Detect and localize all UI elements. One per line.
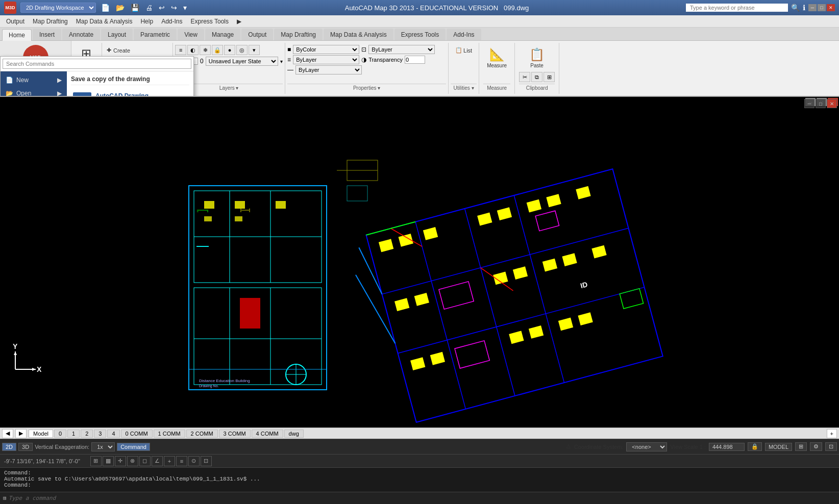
tab-parametric[interactable]: Parametric [134,29,177,40]
lineweight-dropdown[interactable]: ByLayer [295,65,362,74]
undo-quick-btn[interactable]: ↩ [158,4,166,12]
layer-dropdown[interactable]: Unsaved Layer State [206,57,278,66]
layer-isolate-btn[interactable]: ◎ [236,45,248,55]
tab-manage[interactable]: Manage [205,29,240,40]
tab-view[interactable]: View [178,29,204,40]
vertical-select[interactable]: 1x [91,442,115,451]
redo-quick-btn[interactable]: ↪ [170,4,178,12]
vp-maximize-btn[interactable]: □ [816,99,826,108]
snap-btn5[interactable]: ◻ [139,456,151,466]
print-quick-btn[interactable]: 🖨 [144,4,154,12]
menu-map-drafting[interactable]: Map Drafting [29,17,72,26]
transparency-input[interactable] [405,56,425,64]
copy-btn[interactable]: ⧉ [531,72,542,82]
vp-minimize-btn[interactable]: ─ [804,99,815,108]
view-scale-input[interactable] [709,443,745,451]
command-mode-btn[interactable]: Command [117,443,150,451]
tab-insert[interactable]: Insert [33,29,61,40]
list-btn[interactable]: 📋 List [453,45,475,56]
mode-3d-btn[interactable]: 3D [18,443,33,451]
color-dropdown[interactable]: ByColor [293,45,359,54]
snap-btn3[interactable]: ✛ [115,456,126,466]
linetype-dropdown[interactable]: ByLayer [293,55,359,64]
menu-item-open[interactable]: 📂 Open ▶ [1,87,67,97]
clean-screen-btn[interactable]: ⊡ [825,442,837,451]
dropdown-quick-btn[interactable]: ▾ [182,4,188,12]
save-option-dwg[interactable]: DWG AutoCAD Drawing Save the current dra… [71,89,189,97]
layer-freeze-btn[interactable]: ❄ [200,45,211,55]
tab-layout[interactable]: Layout [101,29,133,40]
lock-btn[interactable]: 🔒 [748,442,762,451]
tab-home[interactable]: Home [2,29,32,41]
tab-0[interactable]: 0 [54,430,66,438]
tab-4[interactable]: 4 [107,430,119,438]
paste-btn[interactable]: 📋 Paste [526,45,548,71]
tab-dwg[interactable]: dwg [284,430,304,438]
tab-model[interactable]: Model [29,430,53,438]
menu-video[interactable]: ▶ [233,17,245,26]
list-icon: 📋 [455,47,462,54]
drawing-canvas[interactable]: Distance Education Building Drawing No. … [0,97,839,427]
workspace-selector[interactable]: 2D Drafting Workspace [20,3,96,13]
paste-format-btn[interactable]: ⊞ [544,72,555,82]
command-search-input[interactable] [3,59,191,69]
settings-btn[interactable]: ⚙ [810,442,822,451]
close-btn[interactable]: ✕ [827,4,835,11]
snap-btn7[interactable]: + [164,456,175,466]
snap-btn10[interactable]: ⊡ [201,456,212,466]
menu-item-new[interactable]: 📄 New ▶ [1,73,67,87]
measure-btn[interactable]: 📐 Measure [483,45,510,71]
create-block-btn[interactable]: ✚ Create [104,45,170,56]
tab-addins[interactable]: Add-Ins [447,29,481,40]
prev-tab-btn[interactable]: ◀ [2,429,13,438]
snap-btn9[interactable]: ⊙ [188,456,200,466]
tab-map-drafting[interactable]: Map Drafting [274,29,323,40]
snap-btn4[interactable]: ⊗ [127,456,138,466]
new-quick-btn[interactable]: 📄 [100,4,111,12]
snap-btn2[interactable]: ▦ [103,456,114,466]
layer-off-btn[interactable]: ◐ [187,45,199,55]
color2-dropdown[interactable]: ByLayer [368,45,435,54]
minimize-btn[interactable]: ─ [808,4,817,11]
menu-help[interactable]: Help [136,17,157,26]
model-space-btn[interactable]: MODEL [765,443,792,451]
tab-1comm[interactable]: 1 COMM [154,430,185,438]
layer-dropdown-arrow[interactable]: ▾ [280,59,283,64]
layer-color-btn[interactable]: ● [224,45,235,55]
vp-close-btn[interactable]: ✕ [827,99,837,108]
tab-2[interactable]: 2 [81,430,93,438]
snap-btn1[interactable]: ⊞ [90,456,102,466]
layer-props-btn[interactable]: ≡ [175,45,186,55]
new-layout-btn[interactable]: + [827,429,837,438]
menu-output[interactable]: Output [2,17,29,26]
drawing-area[interactable]: ─ □ ✕ [0,97,839,427]
snap-btn6[interactable]: ∠ [152,456,163,466]
menu-map-data[interactable]: Map Data & Analysis [72,17,137,26]
restore-btn[interactable]: □ [818,4,826,11]
tab-0comm[interactable]: 0 COMM [121,430,153,438]
tab-output[interactable]: Output [241,29,273,40]
menu-addins[interactable]: Add-Ins [157,17,186,26]
display-btn[interactable]: ⊞ [795,442,807,451]
coord-system-select[interactable]: <none> [626,442,667,451]
color-icon: ■ [287,46,291,53]
open-quick-btn[interactable]: 📂 [115,4,126,12]
tab-annotate[interactable]: Annotate [62,29,100,40]
tab-express[interactable]: Express Tools [394,29,446,40]
next-tab-btn[interactable]: ▶ [15,429,27,438]
tab-3comm[interactable]: 3 COMM [219,430,251,438]
snap-btn8[interactable]: ≡ [176,456,187,466]
save-quick-btn[interactable]: 💾 [130,4,140,12]
tab-4comm[interactable]: 4 COMM [252,430,283,438]
tab-3[interactable]: 3 [94,430,106,438]
command-input[interactable] [9,495,836,501]
menu-express[interactable]: Express Tools [187,17,233,26]
tab-1[interactable]: 1 [67,430,80,438]
keyword-search[interactable] [686,4,788,12]
cut-btn[interactable]: ✂ [519,72,530,82]
layer-more-btn[interactable]: ▾ [249,45,260,55]
tab-map-data[interactable]: Map Data & Analysis [324,29,393,40]
mode-2d-btn[interactable]: 2D [2,443,16,451]
tab-2comm[interactable]: 2 COMM [186,430,218,438]
layer-lock-btn[interactable]: 🔒 [212,45,223,55]
